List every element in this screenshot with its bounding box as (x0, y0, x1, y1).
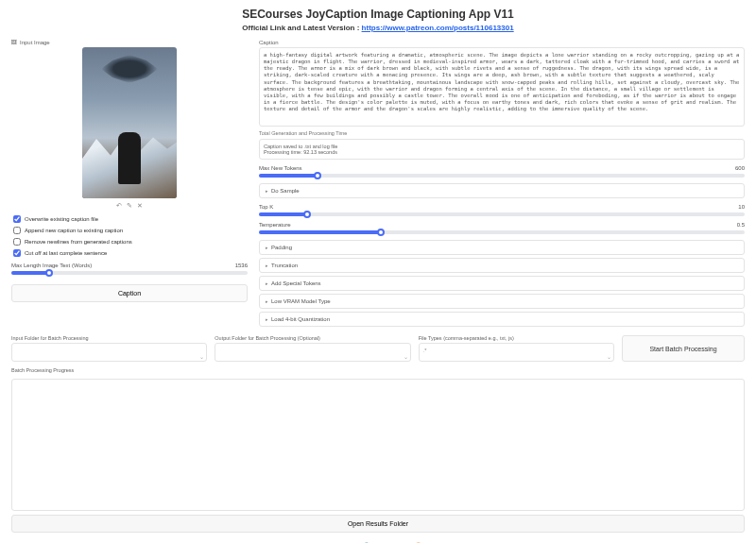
max-new-tokens-slider[interactable] (259, 174, 745, 178)
input-image[interactable] (82, 47, 177, 198)
patreon-link[interactable]: https://www.patreon.com/posts/110613301 (362, 24, 514, 32)
caption-button[interactable]: Caption (11, 284, 248, 302)
input-folder-label: Input Folder for Batch Processing (11, 335, 207, 341)
temperature-label: Temperature (259, 222, 291, 228)
padding-accordion[interactable]: Padding (259, 240, 745, 255)
temperature-value: 0.5 (737, 222, 745, 228)
subtitle: Official Link and Latest Version : https… (11, 24, 745, 32)
app-title: SECourses JoyCaption Image Captioning Ap… (11, 8, 745, 21)
append-checkbox[interactable]: Append new caption to existing caption (11, 227, 248, 234)
types-field[interactable]: .* (419, 343, 614, 362)
max-length-value: 1536 (235, 263, 248, 268)
input-image-label: 🖼 Input Image (11, 40, 248, 45)
load-4bit-accordion[interactable]: Load 4-bit Quantization (259, 312, 745, 327)
caption-label: Caption (259, 40, 745, 45)
max-new-tokens-value: 600 (735, 165, 745, 171)
temperature-slider[interactable] (259, 230, 745, 234)
image-icon: 🖼 (11, 40, 17, 45)
chevron-down-icon: ⌄ (199, 353, 204, 360)
overwrite-checkbox[interactable]: Overwrite existing caption file (11, 215, 248, 223)
output-folder-field[interactable] (215, 343, 410, 362)
subtitle-prefix: Official Link and Latest Version : (242, 24, 361, 32)
top-k-slider[interactable] (259, 212, 745, 216)
remove-newlines-checkbox[interactable]: Remove newlines from generated captions (11, 238, 248, 246)
batch-progress-label: Batch Processing Progress (11, 367, 745, 373)
top-k-label: Top K (259, 204, 273, 210)
max-length-slider[interactable] (11, 271, 248, 275)
output-folder-label: Output Folder for Batch Processing (Opti… (215, 335, 410, 341)
do-sample-accordion[interactable]: Do Sample (259, 183, 745, 198)
chevron-down-icon: ⌄ (404, 353, 408, 360)
cutoff-checkbox[interactable]: Cut off at last complete sentence (11, 249, 248, 257)
chevron-down-icon: ⌄ (607, 353, 611, 360)
truncation-accordion[interactable]: Truncation (259, 258, 745, 273)
load-vlm-accordion[interactable]: Low VRAM Model Type (259, 294, 745, 309)
max-length-label: Max Length Image Text (Words) (11, 263, 92, 268)
top-k-value: 10 (738, 204, 745, 210)
start-batch-button[interactable]: Start Batch Processing (622, 335, 745, 362)
batch-progress-output (11, 379, 745, 511)
types-label: File Types (comma-separated e.g., txt, j… (419, 335, 614, 341)
gen-time-label: Total Generation and Processing Time (259, 130, 745, 136)
edit-icon[interactable]: ✎ (127, 202, 132, 210)
input-folder-field[interactable] (11, 343, 207, 362)
caption-output[interactable] (259, 47, 745, 127)
open-results-button[interactable]: Open Results Folder (11, 515, 745, 533)
clear-icon[interactable]: ✕ (137, 202, 143, 210)
undo-icon[interactable]: ↶ (116, 202, 122, 210)
special-tokens-accordion[interactable]: Add Special Tokens (259, 276, 745, 291)
gen-info: Caption saved to .txt and log file Proce… (259, 139, 745, 160)
max-new-tokens-label: Max New Tokens (259, 165, 302, 171)
